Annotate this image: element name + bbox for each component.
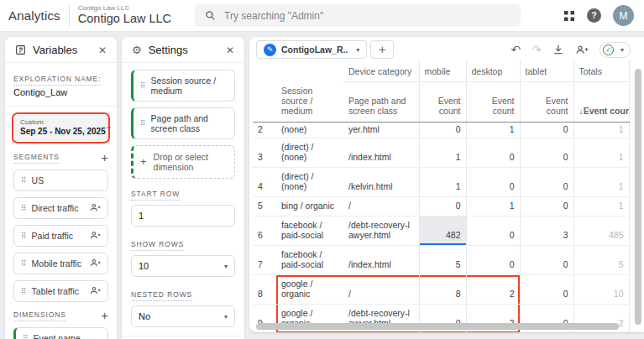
source-cell[interactable]: facebook / paid-social — [276, 216, 343, 245]
segment-chip-paid-traffic[interactable]: ⠿ Paid traffic — [13, 225, 108, 247]
exploration-name-value[interactable]: Contigo_Law — [13, 87, 108, 97]
data-quality-button[interactable]: ✓ ▾ — [599, 42, 631, 58]
download-icon[interactable] — [552, 44, 564, 55]
metric-cell[interactable]: 0 — [466, 216, 520, 245]
drag-handle-icon[interactable]: ⠿ — [21, 204, 26, 212]
source-cell[interactable]: (none) — [276, 122, 343, 138]
row-header-page-path[interactable]: Page path and screen class — [343, 82, 419, 123]
close-icon[interactable]: ✕ — [226, 44, 234, 56]
share-user-icon[interactable] — [575, 44, 589, 55]
totals-cell[interactable]: 1 — [573, 196, 629, 216]
metric-cell[interactable]: 0 — [466, 167, 520, 196]
show-rows-select[interactable]: 10 ▾ — [131, 255, 235, 277]
drag-handle-icon[interactable]: ⠿ — [21, 259, 26, 268]
add-segment-button[interactable]: + — [101, 154, 108, 162]
undo-icon[interactable]: ↶ — [511, 44, 521, 55]
drag-handle-icon[interactable]: ⠿ — [23, 334, 28, 339]
metric-cell[interactable]: 0 — [520, 138, 573, 167]
add-dimension-button[interactable]: + — [101, 311, 108, 320]
page-cell[interactable]: /index.html — [343, 245, 419, 274]
metric-cell[interactable]: 0 — [419, 122, 466, 138]
add-tab-button[interactable]: + — [370, 40, 394, 59]
logo-divider — [69, 5, 70, 27]
metric-cell[interactable]: 1 — [466, 122, 520, 138]
column-header-desktop[interactable]: desktop — [466, 60, 520, 82]
totals-cell[interactable]: 1 — [573, 167, 629, 196]
redo-icon[interactable]: ↷ — [531, 44, 542, 55]
totals-cell[interactable]: 485 — [573, 216, 629, 245]
column-header-tablet[interactable]: tablet — [520, 60, 573, 82]
metric-cell[interactable]: 5 — [419, 245, 466, 274]
metric-header[interactable]: Event count — [419, 82, 466, 123]
totals-cell[interactable]: 10 — [573, 274, 629, 304]
search-bar[interactable]: Try searching "Admin" — [195, 4, 521, 27]
totals-metric-header-sorted[interactable]: ↓Event count — [573, 82, 629, 123]
drag-handle-icon[interactable]: ⠿ — [140, 81, 145, 90]
totals-cell[interactable]: 1 — [573, 138, 629, 167]
metric-cell[interactable]: 0 — [520, 167, 573, 196]
column-header-mobile[interactable]: mobile — [419, 60, 466, 82]
drag-handle-icon[interactable]: ⠿ — [21, 176, 26, 185]
page-cell[interactable]: /index.html — [343, 138, 419, 167]
metric-cell[interactable]: 0 — [419, 196, 466, 216]
page-cell[interactable]: /debt-recovery-lawyer.html — [343, 216, 419, 245]
metric-cell[interactable]: 0 — [520, 245, 573, 274]
drag-handle-icon[interactable]: ⠿ — [140, 119, 145, 128]
avatar[interactable]: M — [613, 5, 634, 26]
metric-header[interactable]: Event count — [466, 82, 520, 123]
variables-icon — [15, 44, 26, 55]
row-header-session-source[interactable]: Session source / medium — [276, 82, 343, 123]
dimension-chip-event-name[interactable]: ⠿ Event name — [13, 327, 108, 339]
metric-header[interactable]: Event count — [520, 82, 573, 123]
segment-chip-tablet-traffic[interactable]: ⠿ Tablet traffic — [13, 280, 108, 302]
rows-dimension-chip-session-source[interactable]: ⠿ Session source / medium — [131, 70, 235, 102]
drag-handle-icon[interactable]: ⠿ — [21, 232, 26, 240]
page-cell[interactable]: / — [343, 196, 419, 216]
show-rows-value: 10 — [139, 261, 149, 271]
start-row-input[interactable]: 1 — [131, 205, 235, 227]
metric-cell[interactable]: 0 — [466, 138, 520, 167]
horizontal-scrollbar[interactable] — [256, 323, 619, 330]
page-cell[interactable]: yer.html — [343, 122, 419, 138]
tab-contigolaw-report[interactable]: ✎ ContigoLaw_R.. ▾ — [256, 40, 367, 59]
drag-handle-icon[interactable]: ⠿ — [21, 287, 26, 295]
column-header-totals[interactable]: Totals — [573, 60, 629, 82]
metric-cell[interactable]: 8 — [419, 274, 466, 304]
segment-chip-mobile-traffic[interactable]: ⠿ Mobile traffic — [13, 253, 108, 274]
row-number-cell: 3 — [253, 138, 276, 167]
totals-cell[interactable]: 5 — [573, 245, 629, 274]
source-cell[interactable]: bing / organic — [276, 196, 343, 216]
close-icon[interactable]: ✕ — [98, 44, 107, 56]
nested-rows-select[interactable]: No ▾ — [131, 305, 235, 327]
vertical-scrollbar[interactable] — [635, 69, 641, 325]
date-range-selector[interactable]: Custom Sep 25 - Nov 25, 2025 ▾ — [14, 115, 107, 141]
metric-cell[interactable]: 0 — [466, 245, 520, 274]
metric-cell-selected[interactable]: 482 — [419, 216, 466, 245]
help-icon[interactable]: ? — [587, 8, 601, 23]
page-cell[interactable]: /kelvin.html — [343, 167, 419, 196]
source-cell[interactable]: google / organic — [276, 274, 343, 304]
metric-cell[interactable]: 1 — [419, 167, 466, 196]
metric-cell[interactable]: 2 — [466, 274, 520, 304]
ga-explorations-screen: Analytics Contigo Law LLC Contigo Law LL… — [0, 0, 644, 339]
source-cell[interactable]: (direct) / (none) — [276, 138, 343, 167]
metric-cell[interactable]: 3 — [520, 216, 573, 245]
apps-grid-icon[interactable] — [563, 10, 575, 22]
rows-dimension-chip-page-path[interactable]: ⠿ Page path and screen class — [131, 107, 235, 139]
totals-cell[interactable]: 1 — [573, 122, 629, 138]
metric-cell[interactable]: 0 — [520, 274, 573, 304]
column-dimension-header[interactable]: Device category — [343, 60, 419, 82]
property-switcher[interactable]: Contigo Law LLC Contigo Law LLC — [78, 5, 171, 26]
metric-cell[interactable]: 1 — [419, 138, 466, 167]
segment-chip-direct-traffic[interactable]: ⠿ Direct traffic — [13, 197, 108, 219]
metric-cell[interactable]: 0 — [520, 122, 573, 138]
source-cell[interactable]: facebook / paid-social — [276, 245, 343, 274]
metric-cell[interactable]: 1 — [466, 196, 520, 216]
drop-dimension-zone[interactable]: + Drop or select dimension — [131, 145, 235, 179]
segment-label: Paid traffic — [32, 231, 73, 241]
metric-cell[interactable]: 0 — [520, 196, 573, 216]
user-segment-icon — [90, 258, 101, 268]
segment-chip-us[interactable]: ⠿ US — [13, 170, 108, 191]
source-cell[interactable]: (direct) / (none) — [276, 167, 343, 196]
page-cell[interactable]: / — [343, 274, 419, 304]
